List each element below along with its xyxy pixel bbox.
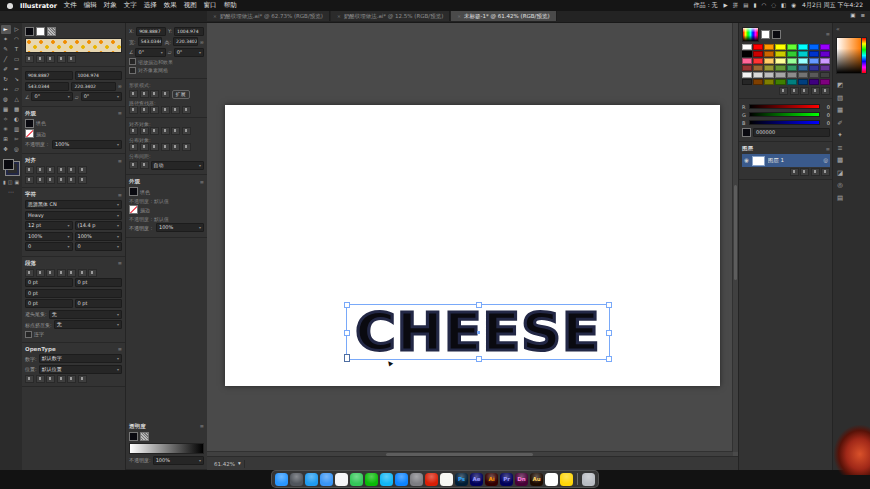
distribute-top-icon[interactable] <box>25 176 34 184</box>
color-swatch[interactable] <box>753 44 763 50</box>
selection-handle[interactable] <box>606 356 612 362</box>
color-swatch[interactable] <box>764 44 774 50</box>
display-icon[interactable]: ▤ <box>743 3 748 9</box>
font-style-field[interactable]: Heavy <box>25 211 122 220</box>
merge-icon[interactable] <box>150 106 159 114</box>
saturation-value-square[interactable] <box>837 38 861 73</box>
para-justify-center-icon[interactable] <box>67 269 76 277</box>
zoom-dropdown-icon[interactable]: ▾ <box>238 461 241 467</box>
minus-back-icon[interactable] <box>182 106 191 114</box>
intersect-icon[interactable] <box>150 90 159 98</box>
color-guide-panel-icon[interactable]: ▧ <box>837 95 843 102</box>
selection-handle[interactable] <box>344 330 350 336</box>
color-swatch[interactable] <box>742 44 752 50</box>
unite-icon[interactable] <box>129 90 138 98</box>
brush-swatch-white[interactable] <box>36 27 45 36</box>
color-swatch[interactable] <box>809 72 819 78</box>
delete-layer-icon[interactable] <box>821 168 830 176</box>
new-layer-icon[interactable] <box>811 168 820 176</box>
color-swatch[interactable] <box>820 58 830 64</box>
scale-tool[interactable]: ↘ <box>12 75 22 84</box>
panel-menu-icon[interactable]: ≡ <box>826 31 830 37</box>
document-tab[interactable]: ×未标题-1* @ 61.42% (RGB/预览) <box>451 11 556 21</box>
menu-选择[interactable]: 选择 <box>144 1 157 10</box>
dock-illustrator[interactable]: Ai <box>485 473 498 486</box>
color-swatch[interactable] <box>753 79 763 85</box>
arrange-documents-icon[interactable]: ▣ <box>850 13 855 19</box>
crop-icon[interactable] <box>161 106 170 114</box>
delete-brush-icon[interactable] <box>67 55 76 63</box>
hyphenate-checkbox[interactable] <box>25 331 32 338</box>
space-before-field[interactable]: 0 pt <box>25 299 73 308</box>
color-swatch[interactable] <box>742 58 752 64</box>
control-center-icon[interactable]: ◧ <box>781 3 786 9</box>
fill-color-swatch[interactable] <box>3 159 14 170</box>
color-swatch[interactable] <box>798 65 808 71</box>
color-swatch[interactable] <box>787 72 797 78</box>
current-color-chip[interactable] <box>742 128 751 137</box>
color-swatch[interactable] <box>764 51 774 57</box>
align-left-icon[interactable] <box>129 127 138 135</box>
hex-field[interactable]: 000000 <box>753 128 830 137</box>
brush-swatch-pattern[interactable] <box>47 27 56 36</box>
app-name[interactable]: Illustrator <box>20 2 57 10</box>
color-swatch[interactable] <box>742 51 752 57</box>
eyedropper-tool[interactable]: ✧ <box>1 115 11 124</box>
spacing-horizontal-icon[interactable] <box>140 161 149 169</box>
new-swatch-icon[interactable] <box>811 87 820 95</box>
make-clipping-mask-icon[interactable] <box>790 168 799 176</box>
color-swatch[interactable] <box>787 51 797 57</box>
space-after-field[interactable]: 0 pt <box>75 299 123 308</box>
opacity-field[interactable]: 100% <box>52 140 122 149</box>
panel-menu-icon[interactable]: ≡ <box>118 260 122 266</box>
color-swatch[interactable] <box>820 65 830 71</box>
rotate2-field[interactable]: 0° <box>135 48 165 57</box>
panel-menu-icon[interactable]: ≡ <box>200 423 204 429</box>
white-swatch[interactable] <box>761 30 770 39</box>
para-justify-all-icon[interactable] <box>88 269 97 277</box>
distribute-middle-icon[interactable] <box>36 176 45 184</box>
swatches-panel-icon[interactable]: ▦ <box>837 107 843 114</box>
color-swatch[interactable] <box>820 51 830 57</box>
fill-chip[interactable] <box>25 119 34 128</box>
gradient-preview[interactable] <box>129 443 204 454</box>
color-swatch[interactable] <box>753 51 763 57</box>
blend-tool[interactable]: ◐ <box>12 115 22 124</box>
color-swatch[interactable] <box>764 65 774 71</box>
transparency-opacity-field[interactable]: 100% <box>153 456 204 465</box>
indent-first-line-field[interactable]: 0 pt <box>25 289 122 298</box>
perspective-grid-tool[interactable]: △ <box>12 95 22 104</box>
rotate-field[interactable]: 0° <box>31 92 72 101</box>
color-swatch[interactable] <box>820 44 830 50</box>
rectangle-tool[interactable]: ▭ <box>12 55 22 64</box>
dock-after-effects[interactable]: Ae <box>470 473 483 486</box>
position-field[interactable]: 默认位置 <box>39 365 122 374</box>
delete-swatch-icon[interactable] <box>821 87 830 95</box>
edit-toolbar-icon[interactable]: ⋯ <box>8 188 14 195</box>
rotate-tool[interactable]: ↻ <box>1 75 11 84</box>
align-center-h-icon[interactable] <box>140 127 149 135</box>
font-family-field[interactable]: 思源黑体 CN <box>25 200 122 209</box>
graph-tool[interactable]: ▥ <box>12 125 22 134</box>
color-panel-icon[interactable]: ◩ <box>837 82 843 89</box>
red-value[interactable]: 0 <box>822 104 830 110</box>
titling-alternates-icon[interactable] <box>78 375 87 383</box>
dock-safari[interactable] <box>305 473 318 486</box>
width-tool[interactable]: ↔ <box>1 85 11 94</box>
kinsoku-field[interactable]: 无 <box>49 310 122 319</box>
paintbrush-tool[interactable]: ✐ <box>1 65 11 74</box>
color-swatch[interactable] <box>753 72 763 78</box>
brushes-panel-icon[interactable]: ✐ <box>837 120 843 127</box>
direct-selection-tool[interactable]: ▷ <box>12 25 22 34</box>
transform-w-field[interactable]: 543.0344 <box>25 82 69 91</box>
minus-front-icon[interactable] <box>140 90 149 98</box>
mesh-tool[interactable]: ▦ <box>1 105 11 114</box>
font-size-field[interactable]: 12 pt <box>25 221 73 230</box>
distribute-left-icon[interactable] <box>57 176 66 184</box>
layer-name[interactable]: 图层 1 <box>768 157 820 164</box>
red-slider[interactable] <box>749 104 820 109</box>
tab-close-icon[interactable]: × <box>213 14 217 19</box>
align-bottom-icon[interactable] <box>182 127 191 135</box>
symbols-panel-icon[interactable]: ✦ <box>837 132 843 139</box>
stroke-chip[interactable] <box>25 129 34 138</box>
